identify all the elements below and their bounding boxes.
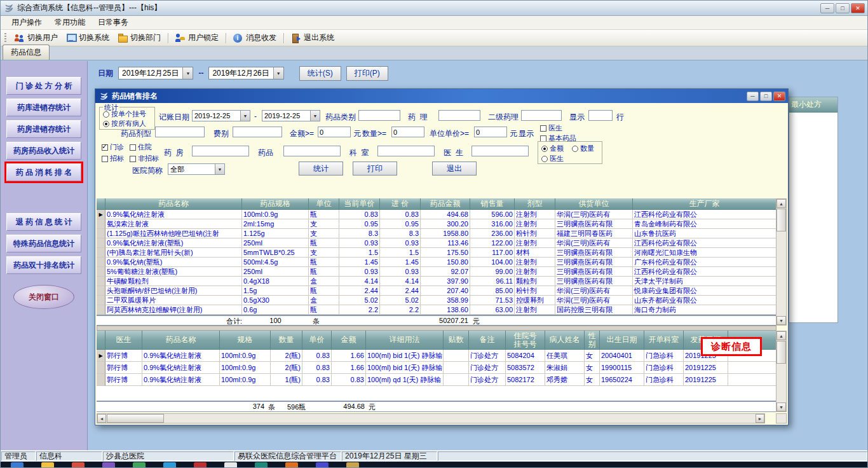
drug-detail-row[interactable]: 郭行博0.9%氯化钠注射液100ml:0.9g1(瓶)0.830.83100(m… — [97, 374, 776, 386]
drug-summary-row[interactable]: 0.9%氯化钠注射液(塑瓶)250ml瓶0.930.93113.46122.00… — [97, 238, 776, 248]
drug-summary-row[interactable]: 氨溴索注射液2ml:15mg支0.950.95300.20316.00注射剂三明… — [97, 219, 776, 229]
checkbox-bidding[interactable]: 招标 — [102, 154, 124, 163]
drug-summary-row[interactable]: (中)胰岛素注射笔用针头(新)5mmTWLB*0.25支1.51.5175.50… — [97, 248, 776, 258]
sidebar-button[interactable]: 药库进销存统计 — [6, 99, 81, 116]
drug-summary-row[interactable]: (1.125g)哌拉西林钠他唑巴坦钠(注射1.125g支8.38.31958.8… — [97, 229, 776, 238]
amount-threshold-input[interactable] — [318, 127, 351, 137]
drug-detail-row[interactable]: 郭行博0.9%氯化钠注射液100ml:0.9g2(瓶)0.831.66100(m… — [97, 362, 776, 374]
taskbar-icon[interactable] — [102, 462, 115, 467]
toolbar-button-3[interactable]: 切换部门 — [114, 31, 164, 45]
toolbar-button-2[interactable]: 切换系统 — [63, 31, 112, 45]
radio-rank-doctor[interactable]: 医生 — [541, 154, 564, 163]
menu-item[interactable]: 用户操作 — [6, 16, 48, 29]
radio-by-single-registration[interactable]: 按单个挂号 — [103, 109, 146, 119]
horizontal-scrollbar[interactable]: ◄ ► — [97, 413, 765, 423]
taskbar-icon[interactable] — [11, 462, 24, 467]
scroll-right-icon[interactable]: ► — [756, 414, 764, 423]
dialog-close-button[interactable]: ✕ — [773, 92, 785, 101]
date-from-select[interactable]: 2019年12月25日▼ — [118, 67, 193, 79]
drug-detail-row[interactable]: ▶郭行博0.9%氯化钠注射液100ml:0.9g2(瓶)0.831.66100(… — [97, 350, 776, 362]
toolbar-button-1[interactable]: 切换用户 — [11, 31, 61, 45]
sidebar-button[interactable]: 药品双十排名统计 — [6, 256, 81, 274]
scroll-up-icon[interactable]: ▲ — [776, 331, 786, 340]
taskbar-icon[interactable] — [163, 462, 176, 467]
toolbar-button-5[interactable]: 消息收发 — [230, 31, 280, 45]
hospital-select[interactable]: 全部▼ — [168, 163, 225, 175]
taskbar-icon[interactable] — [285, 462, 298, 467]
scroll-thumb[interactable] — [776, 341, 786, 364]
fee-type-input[interactable] — [233, 127, 282, 137]
dialog-stat-button[interactable]: 统计 — [299, 162, 343, 176]
dialog-exit-button[interactable]: 退出 — [432, 162, 477, 176]
sidebar-button[interactable]: 门 诊 处 方 分 析 — [6, 77, 81, 95]
close-window-button[interactable]: 关闭窗口 — [13, 285, 74, 309]
toolbar-button-4[interactable]: 用户锁定 — [172, 31, 222, 45]
tab-drug-info[interactable]: 药品信息 — [3, 45, 50, 60]
print-button[interactable]: 打印(P) — [346, 66, 388, 81]
checkbox-non-bidding[interactable]: 非招标 — [130, 154, 159, 163]
radio-rank-amount[interactable]: 金额 — [541, 144, 564, 153]
table-splitter[interactable] — [97, 326, 776, 331]
booking-date-to-select[interactable]: 2019-12-25▼ — [262, 110, 320, 121]
sidebar-button[interactable]: 药 品 消 耗 排 名 — [6, 163, 81, 181]
row-selector — [97, 296, 105, 305]
scroll-left-icon[interactable]: ◄ — [97, 414, 106, 423]
checkbox-outpatient[interactable]: 门诊 — [102, 142, 124, 152]
taskbar-icon[interactable] — [41, 462, 54, 467]
display-rows-input[interactable] — [588, 110, 613, 121]
drug-summary-row[interactable]: 5%葡萄糖注射液(塑瓶)250ml瓶0.930.9392.0799.00注射剂三… — [97, 267, 776, 277]
sidebar-button[interactable]: 特殊药品信息统计 — [6, 235, 81, 252]
taskbar-icon[interactable] — [224, 462, 237, 467]
radio-rank-quantity[interactable]: 数量 — [572, 144, 594, 153]
sidebar-button[interactable]: 药房药品收入统计 — [6, 142, 81, 160]
scroll-down-icon[interactable]: ▼ — [776, 403, 786, 411]
checkbox-inpatient[interactable]: 住院 — [130, 142, 152, 152]
toolbar-button-6[interactable]: 退出系统 — [288, 31, 337, 45]
sidebar-button[interactable]: 药房进销存统计 — [6, 120, 81, 138]
secondary-pharmacology-input[interactable] — [521, 110, 562, 121]
dosage-form-input[interactable] — [155, 127, 205, 137]
drug-summary-row[interactable]: 0.9%氯化钠(塑瓶)500ml:4.5g瓶1.451.45150.80104.… — [97, 258, 776, 267]
date-to-select[interactable]: 2019年12月26日▼ — [208, 67, 283, 79]
dialog-maximize-button[interactable]: □ — [760, 92, 772, 101]
taskbar-icon[interactable] — [133, 462, 146, 467]
quantity-threshold-input[interactable] — [391, 127, 424, 137]
checkbox-doctor[interactable]: 医生 — [540, 123, 562, 133]
table1-vertical-scrollbar[interactable]: ▲ ▼ — [776, 198, 787, 326]
drug-input[interactable] — [283, 146, 341, 156]
unit-price-threshold-input[interactable] — [474, 127, 507, 137]
drug-summary-row[interactable]: 头孢哌酮钠/舒巴坦钠(注射用)1.5g瓶2.442.44207.4085.00粉… — [97, 286, 776, 296]
drug-category-input[interactable] — [358, 110, 400, 121]
stat-button[interactable]: 统计(S) — [299, 66, 341, 81]
taskbar-icon[interactable] — [255, 462, 268, 467]
taskbar-icon[interactable] — [194, 462, 207, 467]
dialog-minimize-button[interactable]: ─ — [747, 92, 759, 101]
scroll-thumb[interactable] — [107, 414, 164, 423]
pharmacology-input[interactable] — [438, 110, 480, 121]
table2-vertical-scrollbar[interactable]: ▲ ▼ — [776, 331, 787, 412]
minimize-button[interactable]: ─ — [820, 3, 834, 13]
dialog-print-button[interactable]: 打印 — [353, 162, 397, 176]
menu-item[interactable]: 常用功能 — [49, 16, 91, 29]
scroll-thumb[interactable] — [776, 209, 786, 231]
drug-summary-row[interactable]: ▶0.9%氯化钠注射液100ml:0.9g瓶0.830.83494.68596.… — [97, 210, 776, 219]
scroll-up-icon[interactable]: ▲ — [776, 199, 786, 208]
radio-by-all-patients[interactable]: 按所有病人 — [103, 119, 146, 128]
taskbar-icon[interactable] — [316, 462, 329, 467]
drug-summary-row[interactable]: 牛磺酸颗粒剂0.4gX18盒4.144.14397.9096.11颗粒剂三明骥燕… — [97, 277, 776, 286]
drug-summary-row[interactable]: 阿莫西林钠克拉维酸钾(注射用)0.6g瓶2.22.2138.6063.00注射剂… — [97, 305, 776, 315]
booking-date-from-select[interactable]: 2019-12-25▼ — [192, 110, 250, 121]
taskbar-icon[interactable] — [346, 462, 359, 467]
sidebar-button[interactable]: 退 药 信 息 统 计 — [6, 213, 81, 231]
pharmacy-input[interactable] — [192, 146, 249, 156]
menu-item[interactable]: 日常事务 — [92, 16, 134, 29]
doctor-input[interactable] — [471, 146, 529, 156]
maximize-button[interactable]: □ — [836, 3, 850, 13]
row-selector — [97, 248, 105, 258]
department-input[interactable] — [377, 146, 435, 156]
unit-price-gte-label: 单位单价>= — [430, 128, 469, 139]
scroll-down-icon[interactable]: ▼ — [776, 316, 786, 325]
close-button[interactable]: ✕ — [851, 3, 865, 13]
drug-summary-row[interactable]: 二甲双胍缓释片0.5gX30盒5.025.02358.9971.53控缓释剂华润… — [97, 296, 776, 305]
taskbar-icon[interactable] — [72, 462, 85, 467]
